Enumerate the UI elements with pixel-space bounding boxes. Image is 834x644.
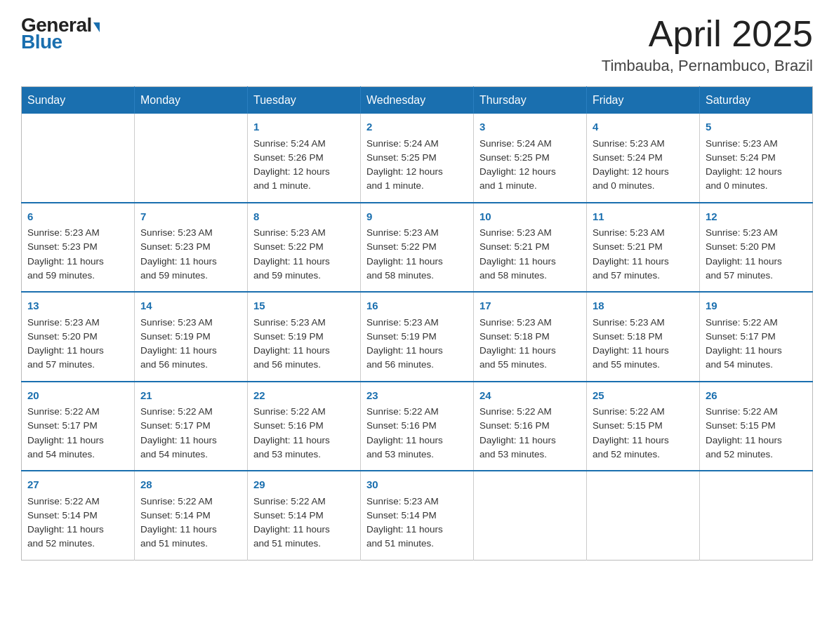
day-info: Sunrise: 5:22 AMSunset: 5:16 PMDaylight:…	[479, 405, 581, 462]
day-info: Sunrise: 5:24 AMSunset: 5:26 PMDaylight:…	[253, 137, 355, 194]
day-number: 14	[140, 298, 241, 314]
day-number: 7	[140, 209, 241, 225]
logo-arrow-icon	[93, 22, 100, 32]
day-number: 1	[253, 119, 355, 135]
calendar-cell	[135, 114, 248, 203]
calendar-body: 1Sunrise: 5:24 AMSunset: 5:26 PMDaylight…	[22, 114, 813, 560]
day-info: Sunrise: 5:23 AMSunset: 5:14 PMDaylight:…	[366, 495, 468, 551]
week-row-5: 27Sunrise: 5:22 AMSunset: 5:14 PMDayligh…	[22, 471, 813, 560]
calendar-cell	[700, 471, 813, 560]
day-number: 16	[366, 298, 468, 314]
day-info: Sunrise: 5:22 AMSunset: 5:17 PMDaylight:…	[706, 316, 807, 373]
calendar-cell: 3Sunrise: 5:24 AMSunset: 5:25 PMDaylight…	[474, 114, 587, 203]
calendar-cell: 14Sunrise: 5:23 AMSunset: 5:19 PMDayligh…	[135, 292, 248, 382]
day-info: Sunrise: 5:22 AMSunset: 5:15 PMDaylight:…	[706, 405, 807, 462]
day-info: Sunrise: 5:22 AMSunset: 5:14 PMDaylight:…	[253, 495, 355, 551]
day-number: 8	[253, 209, 355, 225]
logo-blue: Blue	[21, 31, 62, 53]
week-row-1: 1Sunrise: 5:24 AMSunset: 5:26 PMDaylight…	[22, 114, 813, 203]
day-number: 3	[479, 119, 581, 135]
calendar-cell	[587, 471, 700, 560]
calendar-cell: 5Sunrise: 5:23 AMSunset: 5:24 PMDaylight…	[700, 114, 813, 203]
day-info: Sunrise: 5:23 AMSunset: 5:24 PMDaylight:…	[706, 137, 807, 194]
calendar-cell: 23Sunrise: 5:22 AMSunset: 5:16 PMDayligh…	[361, 382, 474, 471]
day-number: 4	[593, 119, 694, 135]
day-number: 26	[706, 388, 807, 404]
day-info: Sunrise: 5:22 AMSunset: 5:16 PMDaylight:…	[253, 405, 355, 462]
day-info: Sunrise: 5:23 AMSunset: 5:20 PMDaylight:…	[706, 226, 807, 283]
day-info: Sunrise: 5:24 AMSunset: 5:25 PMDaylight:…	[479, 137, 581, 194]
calendar-table: SundayMondayTuesdayWednesdayThursdayFrid…	[21, 86, 813, 561]
calendar-cell: 22Sunrise: 5:22 AMSunset: 5:16 PMDayligh…	[248, 382, 361, 471]
day-number: 17	[479, 298, 581, 314]
week-row-2: 6Sunrise: 5:23 AMSunset: 5:23 PMDaylight…	[22, 203, 813, 293]
day-info: Sunrise: 5:23 AMSunset: 5:19 PMDaylight:…	[140, 316, 241, 373]
day-number: 22	[253, 388, 355, 404]
day-info: Sunrise: 5:23 AMSunset: 5:23 PMDaylight:…	[27, 226, 128, 283]
calendar-cell: 28Sunrise: 5:22 AMSunset: 5:14 PMDayligh…	[135, 471, 248, 560]
day-number: 19	[706, 298, 807, 314]
calendar-cell: 18Sunrise: 5:23 AMSunset: 5:18 PMDayligh…	[587, 292, 700, 382]
day-number: 6	[27, 209, 128, 225]
calendar-cell: 4Sunrise: 5:23 AMSunset: 5:24 PMDaylight…	[587, 114, 700, 203]
calendar-cell: 19Sunrise: 5:22 AMSunset: 5:17 PMDayligh…	[700, 292, 813, 382]
logo: General Blue	[21, 14, 100, 53]
weekday-header-wednesday: Wednesday	[361, 87, 474, 114]
day-info: Sunrise: 5:22 AMSunset: 5:17 PMDaylight:…	[27, 405, 128, 462]
calendar-cell: 11Sunrise: 5:23 AMSunset: 5:21 PMDayligh…	[587, 203, 700, 293]
weekday-header-thursday: Thursday	[474, 87, 587, 114]
calendar-cell: 12Sunrise: 5:23 AMSunset: 5:20 PMDayligh…	[700, 203, 813, 293]
day-number: 24	[479, 388, 581, 404]
day-info: Sunrise: 5:23 AMSunset: 5:18 PMDaylight:…	[479, 316, 581, 373]
calendar-cell: 24Sunrise: 5:22 AMSunset: 5:16 PMDayligh…	[474, 382, 587, 471]
day-info: Sunrise: 5:23 AMSunset: 5:19 PMDaylight:…	[366, 316, 468, 373]
calendar-cell: 8Sunrise: 5:23 AMSunset: 5:22 PMDaylight…	[248, 203, 361, 293]
day-number: 30	[366, 477, 468, 493]
week-row-4: 20Sunrise: 5:22 AMSunset: 5:17 PMDayligh…	[22, 382, 813, 471]
day-number: 29	[253, 477, 355, 493]
day-info: Sunrise: 5:22 AMSunset: 5:14 PMDaylight:…	[27, 495, 128, 551]
day-info: Sunrise: 5:23 AMSunset: 5:22 PMDaylight:…	[366, 226, 468, 283]
month-title: April 2025	[602, 14, 813, 54]
calendar-header: SundayMondayTuesdayWednesdayThursdayFrid…	[22, 87, 813, 114]
week-row-3: 13Sunrise: 5:23 AMSunset: 5:20 PMDayligh…	[22, 292, 813, 382]
calendar-cell: 15Sunrise: 5:23 AMSunset: 5:19 PMDayligh…	[248, 292, 361, 382]
calendar-cell: 13Sunrise: 5:23 AMSunset: 5:20 PMDayligh…	[22, 292, 135, 382]
day-info: Sunrise: 5:23 AMSunset: 5:18 PMDaylight:…	[593, 316, 694, 373]
day-number: 12	[706, 209, 807, 225]
calendar-cell: 16Sunrise: 5:23 AMSunset: 5:19 PMDayligh…	[361, 292, 474, 382]
day-info: Sunrise: 5:22 AMSunset: 5:15 PMDaylight:…	[593, 405, 694, 462]
day-number: 20	[27, 388, 128, 404]
day-number: 9	[366, 209, 468, 225]
weekday-header-monday: Monday	[135, 87, 248, 114]
calendar-cell: 21Sunrise: 5:22 AMSunset: 5:17 PMDayligh…	[135, 382, 248, 471]
day-info: Sunrise: 5:22 AMSunset: 5:17 PMDaylight:…	[140, 405, 241, 462]
weekday-header-friday: Friday	[587, 87, 700, 114]
day-number: 5	[706, 119, 807, 135]
page-header: General Blue April 2025 Timbauba, Pernam…	[21, 14, 813, 75]
day-info: Sunrise: 5:23 AMSunset: 5:20 PMDaylight:…	[27, 316, 128, 373]
day-info: Sunrise: 5:23 AMSunset: 5:23 PMDaylight:…	[140, 226, 241, 283]
day-number: 21	[140, 388, 241, 404]
calendar-cell: 27Sunrise: 5:22 AMSunset: 5:14 PMDayligh…	[22, 471, 135, 560]
days-of-week-row: SundayMondayTuesdayWednesdayThursdayFrid…	[22, 87, 813, 114]
calendar-cell: 26Sunrise: 5:22 AMSunset: 5:15 PMDayligh…	[700, 382, 813, 471]
day-number: 13	[27, 298, 128, 314]
calendar-cell: 29Sunrise: 5:22 AMSunset: 5:14 PMDayligh…	[248, 471, 361, 560]
calendar-cell: 25Sunrise: 5:22 AMSunset: 5:15 PMDayligh…	[587, 382, 700, 471]
day-number: 10	[479, 209, 581, 225]
day-number: 18	[593, 298, 694, 314]
day-number: 11	[593, 209, 694, 225]
day-info: Sunrise: 5:23 AMSunset: 5:21 PMDaylight:…	[479, 226, 581, 283]
calendar-cell: 2Sunrise: 5:24 AMSunset: 5:25 PMDaylight…	[361, 114, 474, 203]
calendar-cell: 30Sunrise: 5:23 AMSunset: 5:14 PMDayligh…	[361, 471, 474, 560]
calendar-cell: 7Sunrise: 5:23 AMSunset: 5:23 PMDaylight…	[135, 203, 248, 293]
day-number: 25	[593, 388, 694, 404]
calendar-cell: 20Sunrise: 5:22 AMSunset: 5:17 PMDayligh…	[22, 382, 135, 471]
day-info: Sunrise: 5:22 AMSunset: 5:16 PMDaylight:…	[366, 405, 468, 462]
weekday-header-saturday: Saturday	[700, 87, 813, 114]
day-info: Sunrise: 5:22 AMSunset: 5:14 PMDaylight:…	[140, 495, 241, 551]
day-info: Sunrise: 5:23 AMSunset: 5:21 PMDaylight:…	[593, 226, 694, 283]
weekday-header-tuesday: Tuesday	[248, 87, 361, 114]
title-area: April 2025 Timbauba, Pernambuco, Brazil	[602, 14, 813, 75]
